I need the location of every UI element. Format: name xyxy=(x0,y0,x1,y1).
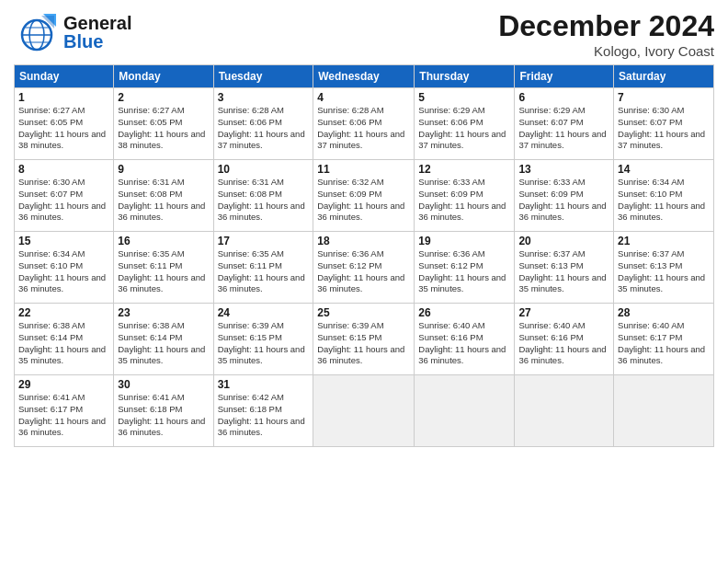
logo-icon xyxy=(14,9,60,55)
table-row: 25 Sunrise: 6:39 AMSunset: 6:15 PMDaylig… xyxy=(313,304,415,375)
day-number: 18 xyxy=(317,235,410,247)
day-detail: Sunrise: 6:41 AMSunset: 6:18 PMDaylight:… xyxy=(118,392,205,437)
table-row: 2 Sunrise: 6:27 AMSunset: 6:05 PMDayligh… xyxy=(114,88,213,160)
title-block: December 2024 Kologo, Ivory Coast xyxy=(498,9,714,59)
day-number: 15 xyxy=(18,235,109,247)
day-detail: Sunrise: 6:36 AMSunset: 6:12 PMDaylight:… xyxy=(317,248,404,293)
calendar-week-row: 29 Sunrise: 6:41 AMSunset: 6:17 PMDaylig… xyxy=(15,375,714,447)
day-number: 5 xyxy=(418,91,510,104)
table-row: 15 Sunrise: 6:34 AMSunset: 6:10 PMDaylig… xyxy=(15,232,114,304)
day-number: 7 xyxy=(618,91,710,104)
day-detail: Sunrise: 6:38 AMSunset: 6:14 PMDaylight:… xyxy=(18,320,106,365)
col-wednesday: Wednesday xyxy=(313,65,415,88)
table-row: 19 Sunrise: 6:36 AMSunset: 6:12 PMDaylig… xyxy=(415,232,515,304)
day-number: 4 xyxy=(317,91,410,104)
calendar-week-row: 15 Sunrise: 6:34 AMSunset: 6:10 PMDaylig… xyxy=(15,232,714,304)
table-row: 6 Sunrise: 6:29 AMSunset: 6:07 PMDayligh… xyxy=(515,88,614,160)
page-container: General Blue December 2024 Kologo, Ivory… xyxy=(0,0,728,456)
day-number: 16 xyxy=(118,235,209,247)
day-number: 19 xyxy=(418,235,510,247)
day-number: 29 xyxy=(18,378,109,391)
day-detail: Sunrise: 6:35 AMSunset: 6:11 PMDaylight:… xyxy=(118,248,205,293)
day-number: 8 xyxy=(18,163,109,176)
table-row: 17 Sunrise: 6:35 AMSunset: 6:11 PMDaylig… xyxy=(213,232,313,304)
table-row: 28 Sunrise: 6:40 AMSunset: 6:17 PMDaylig… xyxy=(614,304,714,375)
calendar-week-row: 1 Sunrise: 6:27 AMSunset: 6:05 PMDayligh… xyxy=(15,88,714,160)
table-row: 18 Sunrise: 6:36 AMSunset: 6:12 PMDaylig… xyxy=(313,232,415,304)
col-monday: Monday xyxy=(114,65,213,88)
table-row: 10 Sunrise: 6:31 AMSunset: 6:08 PMDaylig… xyxy=(213,160,313,232)
day-detail: Sunrise: 6:28 AMSunset: 6:06 PMDaylight:… xyxy=(317,105,404,150)
calendar-table: Sunday Monday Tuesday Wednesday Thursday… xyxy=(14,64,714,447)
col-sunday: Sunday xyxy=(15,65,114,88)
day-detail: Sunrise: 6:29 AMSunset: 6:06 PMDaylight:… xyxy=(418,105,506,150)
day-number: 23 xyxy=(118,306,209,319)
day-detail: Sunrise: 6:38 AMSunset: 6:14 PMDaylight:… xyxy=(118,320,205,365)
table-row: 4 Sunrise: 6:28 AMSunset: 6:06 PMDayligh… xyxy=(313,88,415,160)
day-detail: Sunrise: 6:37 AMSunset: 6:13 PMDaylight:… xyxy=(618,248,705,293)
day-detail: Sunrise: 6:42 AMSunset: 6:18 PMDaylight:… xyxy=(218,392,305,437)
day-number: 12 xyxy=(418,163,510,176)
day-number: 31 xyxy=(218,378,310,391)
table-row: 29 Sunrise: 6:41 AMSunset: 6:17 PMDaylig… xyxy=(15,375,114,447)
day-number: 10 xyxy=(218,163,310,176)
table-row: 7 Sunrise: 6:30 AMSunset: 6:07 PMDayligh… xyxy=(614,88,714,160)
table-row: 26 Sunrise: 6:40 AMSunset: 6:16 PMDaylig… xyxy=(415,304,515,375)
day-detail: Sunrise: 6:36 AMSunset: 6:12 PMDaylight:… xyxy=(418,248,506,293)
day-detail: Sunrise: 6:39 AMSunset: 6:15 PMDaylight:… xyxy=(218,320,305,365)
page-header: General Blue December 2024 Kologo, Ivory… xyxy=(14,9,714,59)
calendar-week-row: 22 Sunrise: 6:38 AMSunset: 6:14 PMDaylig… xyxy=(15,304,714,375)
table-row: 11 Sunrise: 6:32 AMSunset: 6:09 PMDaylig… xyxy=(313,160,415,232)
calendar-week-row: 8 Sunrise: 6:30 AMSunset: 6:07 PMDayligh… xyxy=(15,160,714,232)
day-number: 20 xyxy=(518,235,609,247)
day-detail: Sunrise: 6:31 AMSunset: 6:08 PMDaylight:… xyxy=(118,177,205,222)
day-detail: Sunrise: 6:30 AMSunset: 6:07 PMDaylight:… xyxy=(18,177,106,222)
day-detail: Sunrise: 6:39 AMSunset: 6:15 PMDaylight:… xyxy=(317,320,404,365)
day-number: 30 xyxy=(118,378,209,391)
day-number: 24 xyxy=(218,306,310,319)
logo-general: General xyxy=(63,14,131,32)
day-number: 13 xyxy=(518,163,609,176)
col-tuesday: Tuesday xyxy=(213,65,313,88)
day-number: 1 xyxy=(18,91,109,104)
day-number: 28 xyxy=(618,306,710,319)
table-row: 12 Sunrise: 6:33 AMSunset: 6:09 PMDaylig… xyxy=(415,160,515,232)
day-detail: Sunrise: 6:30 AMSunset: 6:07 PMDaylight:… xyxy=(618,105,705,150)
day-detail: Sunrise: 6:32 AMSunset: 6:09 PMDaylight:… xyxy=(317,177,404,222)
day-number: 11 xyxy=(317,163,410,176)
logo-blue: Blue xyxy=(63,32,131,51)
col-saturday: Saturday xyxy=(614,65,714,88)
table-row: 30 Sunrise: 6:41 AMSunset: 6:18 PMDaylig… xyxy=(114,375,213,447)
col-thursday: Thursday xyxy=(415,65,515,88)
col-friday: Friday xyxy=(515,65,614,88)
day-number: 26 xyxy=(418,306,510,319)
day-number: 3 xyxy=(218,91,310,104)
day-detail: Sunrise: 6:33 AMSunset: 6:09 PMDaylight:… xyxy=(418,177,506,222)
table-row: 1 Sunrise: 6:27 AMSunset: 6:05 PMDayligh… xyxy=(15,88,114,160)
table-row: 21 Sunrise: 6:37 AMSunset: 6:13 PMDaylig… xyxy=(614,232,714,304)
day-number: 22 xyxy=(18,306,109,319)
table-row: 5 Sunrise: 6:29 AMSunset: 6:06 PMDayligh… xyxy=(415,88,515,160)
day-number: 6 xyxy=(518,91,609,104)
table-row: 20 Sunrise: 6:37 AMSunset: 6:13 PMDaylig… xyxy=(515,232,614,304)
day-detail: Sunrise: 6:31 AMSunset: 6:08 PMDaylight:… xyxy=(218,177,305,222)
calendar-header-row: Sunday Monday Tuesday Wednesday Thursday… xyxy=(15,65,714,88)
empty-cell xyxy=(415,375,515,447)
table-row: 9 Sunrise: 6:31 AMSunset: 6:08 PMDayligh… xyxy=(114,160,213,232)
table-row: 13 Sunrise: 6:33 AMSunset: 6:09 PMDaylig… xyxy=(515,160,614,232)
day-detail: Sunrise: 6:40 AMSunset: 6:16 PMDaylight:… xyxy=(418,320,506,365)
day-detail: Sunrise: 6:27 AMSunset: 6:05 PMDaylight:… xyxy=(118,105,205,150)
month-title: December 2024 xyxy=(498,9,714,43)
day-number: 2 xyxy=(118,91,209,104)
day-detail: Sunrise: 6:29 AMSunset: 6:07 PMDaylight:… xyxy=(518,105,606,150)
table-row: 27 Sunrise: 6:40 AMSunset: 6:16 PMDaylig… xyxy=(515,304,614,375)
day-detail: Sunrise: 6:28 AMSunset: 6:06 PMDaylight:… xyxy=(218,105,305,150)
day-number: 25 xyxy=(317,306,410,319)
day-detail: Sunrise: 6:40 AMSunset: 6:17 PMDaylight:… xyxy=(618,320,705,365)
day-number: 17 xyxy=(218,235,310,247)
day-detail: Sunrise: 6:34 AMSunset: 6:10 PMDaylight:… xyxy=(618,177,705,222)
table-row: 31 Sunrise: 6:42 AMSunset: 6:18 PMDaylig… xyxy=(213,375,313,447)
day-number: 21 xyxy=(618,235,710,247)
day-detail: Sunrise: 6:41 AMSunset: 6:17 PMDaylight:… xyxy=(18,392,106,437)
day-detail: Sunrise: 6:37 AMSunset: 6:13 PMDaylight:… xyxy=(518,248,606,293)
